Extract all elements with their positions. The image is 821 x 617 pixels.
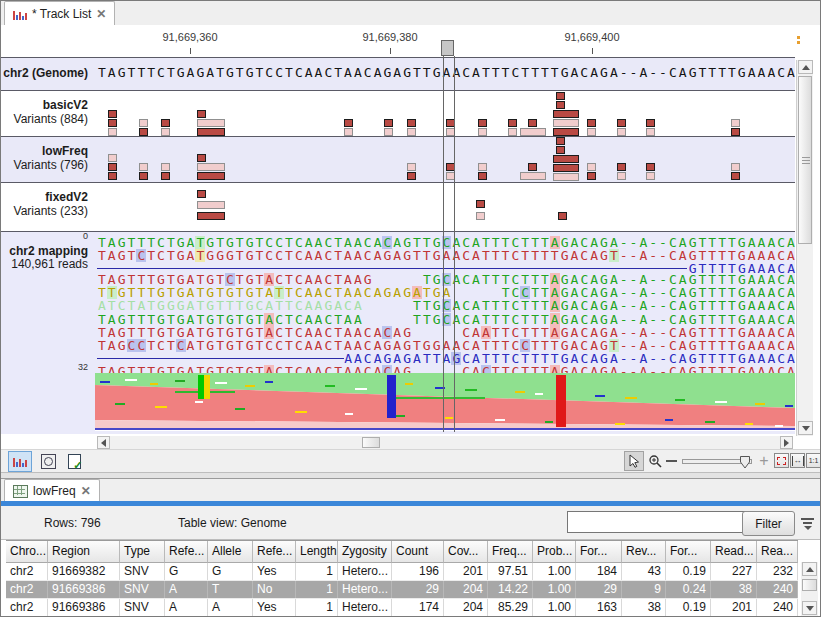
variant-marker[interactable] <box>587 119 596 127</box>
zoom-in-icon[interactable]: + <box>757 452 771 470</box>
filter-menu-icon[interactable] <box>801 517 814 529</box>
overview-mode-button[interactable] <box>36 451 60 472</box>
coverage-variant-bar[interactable] <box>387 375 396 418</box>
variant-marker[interactable] <box>197 154 206 162</box>
hscroll-thumb[interactable] <box>362 437 380 448</box>
table-row[interactable]: chr291669386SNVATNo1Hetero...2920414.221… <box>6 581 798 599</box>
close-icon[interactable]: ✕ <box>81 484 91 498</box>
variant-marker[interactable] <box>617 128 626 136</box>
variant-marker[interactable] <box>161 128 170 136</box>
variant-marker[interactable] <box>646 163 655 171</box>
zoom-to-selection-button[interactable] <box>774 453 789 468</box>
variant-marker[interactable] <box>108 163 117 171</box>
scroll-up-icon[interactable] <box>798 60 813 74</box>
variant-marker[interactable] <box>646 119 655 127</box>
variant-marker[interactable] <box>556 146 565 154</box>
variant-marker[interactable] <box>528 119 537 127</box>
vscroll-thumb[interactable] <box>798 76 812 244</box>
filter-button[interactable]: Filter <box>742 511 795 536</box>
variant-marker[interactable] <box>139 172 148 180</box>
filter-input[interactable] <box>567 511 745 533</box>
coverage-variant-bar[interactable] <box>204 375 210 399</box>
variant-marker[interactable] <box>197 190 206 198</box>
selection-handle[interactable] <box>441 40 454 56</box>
variant-marker[interactable] <box>108 110 117 118</box>
variant-marker[interactable] <box>197 163 225 171</box>
column-header[interactable]: Chro... <box>6 541 48 563</box>
column-header[interactable]: Cov... <box>444 541 488 563</box>
trackview-mode-button[interactable] <box>8 451 32 472</box>
variant-marker[interactable] <box>646 172 655 180</box>
variant-marker[interactable] <box>520 172 546 180</box>
table-vscrollbar[interactable] <box>801 562 818 617</box>
variant-marker[interactable] <box>344 128 353 136</box>
variant-marker[interactable] <box>478 119 487 127</box>
variant-marker[interactable] <box>553 164 579 172</box>
variant-marker[interactable] <box>139 163 148 171</box>
variant-marker[interactable] <box>478 163 487 171</box>
variant-marker[interactable] <box>139 128 148 136</box>
variant-marker[interactable] <box>197 128 225 136</box>
cursor-tool-button[interactable] <box>624 451 644 471</box>
variant-marker[interactable] <box>520 128 546 136</box>
column-header[interactable]: For... <box>666 541 711 563</box>
column-header[interactable]: Allele <box>208 541 253 563</box>
one-to-one-button[interactable]: 1:1 <box>806 453 821 468</box>
variant-marker[interactable] <box>587 163 596 171</box>
column-header[interactable]: Refe... <box>165 541 208 563</box>
variant-marker[interactable] <box>553 155 579 163</box>
scroll-down-icon[interactable] <box>802 601 817 615</box>
variant-marker[interactable] <box>108 172 117 180</box>
close-icon[interactable]: ✕ <box>96 7 106 21</box>
variant-marker[interactable] <box>478 128 487 136</box>
column-header[interactable]: Region <box>48 541 120 563</box>
variant-marker[interactable] <box>556 137 565 145</box>
track-vscrollbar[interactable] <box>796 60 813 436</box>
variant-marker[interactable] <box>478 172 487 180</box>
scroll-right-icon[interactable] <box>780 436 793 449</box>
table-row[interactable]: chr291669386SNVAAYes1Hetero...17420485.2… <box>6 599 798 617</box>
variant-marker[interactable] <box>161 172 170 180</box>
variant-marker[interactable] <box>407 128 416 136</box>
variant-marker[interactable] <box>344 119 353 127</box>
report-mode-button[interactable]: ✓ <box>62 451 86 472</box>
column-header[interactable]: Freq... <box>488 541 533 563</box>
variant-marker[interactable] <box>553 173 579 181</box>
variant-marker[interactable] <box>508 119 517 127</box>
column-header[interactable]: Prob... <box>533 541 576 563</box>
variant-marker[interactable] <box>197 119 225 127</box>
coverage-variant-bar[interactable] <box>556 375 566 427</box>
column-header[interactable]: Read... <box>711 541 757 563</box>
variant-marker[interactable] <box>108 128 117 136</box>
variant-marker[interactable] <box>731 172 740 180</box>
variant-marker[interactable] <box>556 101 565 109</box>
variant-marker[interactable] <box>407 163 416 171</box>
variant-marker[interactable] <box>553 119 579 127</box>
zoom-tool-button[interactable] <box>645 451 665 471</box>
variant-marker[interactable] <box>731 119 740 127</box>
variant-marker[interactable] <box>161 119 170 127</box>
variant-marker[interactable] <box>407 119 416 127</box>
zoom-slider[interactable] <box>682 459 752 464</box>
scroll-left-icon[interactable] <box>97 436 110 449</box>
scroll-down-icon[interactable] <box>798 421 813 435</box>
variant-marker[interactable] <box>587 128 596 136</box>
variant-marker[interactable] <box>587 172 596 180</box>
variant-marker[interactable] <box>646 128 655 136</box>
variant-marker[interactable] <box>553 128 579 136</box>
variant-marker[interactable] <box>108 154 117 162</box>
variant-marker[interactable] <box>731 163 740 171</box>
column-header[interactable]: Rea... <box>757 541 798 563</box>
column-header[interactable]: Zygosity <box>338 541 392 563</box>
column-header[interactable]: Count <box>392 541 444 563</box>
variant-marker[interactable] <box>556 92 565 100</box>
variant-marker[interactable] <box>384 128 393 136</box>
variant-marker[interactable] <box>476 200 485 208</box>
scroll-up-icon[interactable] <box>802 562 817 576</box>
variant-marker[interactable] <box>617 163 626 171</box>
table-row[interactable]: chr291669382SNVGGYes1Hetero...19620197.5… <box>6 563 798 581</box>
variant-marker[interactable] <box>197 212 225 220</box>
variant-marker[interactable] <box>508 128 517 136</box>
variant-marker[interactable] <box>197 201 225 209</box>
variant-marker[interactable] <box>139 119 148 127</box>
